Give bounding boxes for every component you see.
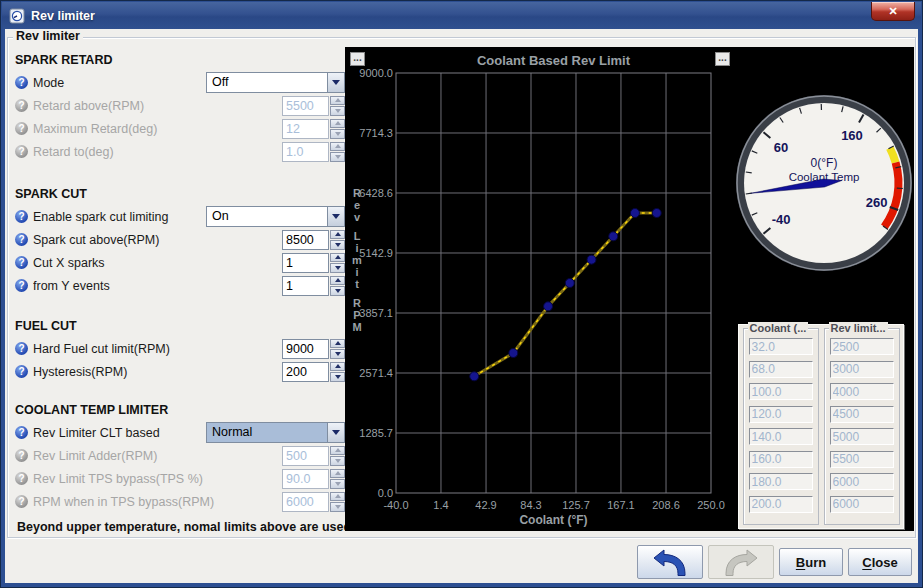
spin-down-button bbox=[330, 479, 345, 489]
table-cell-input bbox=[749, 338, 813, 355]
spin-down-button[interactable] bbox=[330, 263, 345, 273]
from-y-events-input[interactable] bbox=[282, 276, 329, 296]
field-label: Spark cut above(RPM) bbox=[33, 233, 282, 247]
redo-icon bbox=[721, 545, 761, 579]
field-label: Mode bbox=[33, 76, 206, 90]
y-tick-label: 0.0 bbox=[378, 487, 393, 499]
field-label: Retard to(deg) bbox=[33, 145, 282, 159]
gauge-value: 0(°F) bbox=[811, 156, 838, 170]
help-icon[interactable]: ? bbox=[15, 342, 28, 355]
spin-up-button[interactable] bbox=[330, 253, 345, 263]
retard-to-deg-spinner bbox=[282, 142, 345, 162]
y-axis-label-char: i bbox=[355, 266, 358, 278]
title-bar[interactable]: Rev limiter ✕ bbox=[2, 2, 921, 29]
help-icon[interactable]: ? bbox=[15, 256, 28, 269]
data-point[interactable] bbox=[587, 255, 596, 264]
table-cell-input bbox=[749, 473, 813, 490]
row-cut-x-sparks: ?Cut X sparks bbox=[15, 251, 345, 274]
field-label: Hysteresis(RPM) bbox=[33, 365, 282, 379]
gauge-scale-label: 260 bbox=[866, 195, 888, 210]
row-rev-limiter-clt-based: ?Rev Limiter CLT basedNormal bbox=[15, 421, 345, 444]
x-tick-label: 125.7 bbox=[562, 499, 590, 511]
hard-fuel-cut-limit-rpm-input[interactable] bbox=[282, 339, 329, 359]
spin-down-button bbox=[330, 129, 345, 139]
spin-up-button[interactable] bbox=[330, 276, 345, 286]
field-label: Rev Limit Adder(RPM) bbox=[33, 449, 282, 463]
row-retard-to-deg: ?Retard to(deg) bbox=[15, 140, 345, 163]
y-tick-label: 1285.7 bbox=[359, 427, 393, 439]
combo-arrow-icon[interactable] bbox=[327, 423, 344, 442]
footer-note: Beyond upper temperature, nomal limits a… bbox=[17, 520, 351, 534]
retard-above-rpm-input bbox=[282, 96, 329, 116]
data-point[interactable] bbox=[652, 209, 661, 218]
cut-x-sparks-input[interactable] bbox=[282, 253, 329, 273]
table-header: Rev limit... bbox=[829, 322, 888, 334]
x-tick-label: 167.1 bbox=[607, 499, 635, 511]
spin-up-button bbox=[330, 142, 345, 152]
x-tick-label: 84.3 bbox=[520, 499, 541, 511]
data-point[interactable] bbox=[565, 279, 574, 288]
spin-up-button bbox=[330, 492, 345, 502]
spin-down-button[interactable] bbox=[330, 349, 345, 359]
y-axis-label-char: i bbox=[355, 242, 358, 254]
hysteresis-rpm-input[interactable] bbox=[282, 362, 329, 382]
help-icon[interactable]: ? bbox=[15, 210, 28, 223]
help-icon[interactable]: ? bbox=[15, 233, 28, 246]
data-point[interactable] bbox=[544, 302, 553, 311]
hysteresis-rpm-spinner bbox=[282, 362, 345, 382]
field-label: Maximum Retard(deg) bbox=[33, 122, 282, 136]
data-point[interactable] bbox=[630, 209, 639, 218]
section-fuel-cut: FUEL CUT?Hard Fuel cut limit(RPM)?Hyster… bbox=[15, 315, 345, 383]
field-label: Rev Limit TPS bypass(TPS %) bbox=[33, 472, 282, 486]
spin-up-button[interactable] bbox=[330, 230, 345, 240]
burn-button[interactable]: Burn bbox=[779, 548, 843, 576]
table-cell-input bbox=[749, 383, 813, 400]
redo-button bbox=[708, 545, 774, 579]
row-hard-fuel-cut-limit-rpm: ?Hard Fuel cut limit(RPM) bbox=[15, 337, 345, 360]
close-window-button[interactable]: ✕ bbox=[871, 2, 915, 21]
series-line bbox=[474, 213, 656, 376]
undo-button[interactable] bbox=[637, 545, 703, 579]
data-point[interactable] bbox=[509, 349, 518, 358]
help-icon[interactable]: ? bbox=[15, 279, 28, 292]
rev-limiter-clt-based-select[interactable]: Normal bbox=[206, 422, 345, 443]
y-axis-label-char: t bbox=[355, 278, 359, 290]
table-cell-input bbox=[830, 428, 894, 445]
y-axis-label-char: P bbox=[353, 309, 360, 321]
close-button[interactable]: Close bbox=[848, 548, 912, 576]
help-icon: ? bbox=[15, 122, 28, 135]
x-tick-label: 1.4 bbox=[433, 499, 448, 511]
combo-arrow-icon[interactable] bbox=[327, 73, 344, 92]
combo-arrow-icon[interactable] bbox=[327, 207, 344, 226]
coolant-rev-limit-chart[interactable]: Coolant Based Rev Limit-40.01.442.984.31… bbox=[345, 47, 740, 531]
field-label: Retard above(RPM) bbox=[33, 99, 282, 113]
data-point[interactable] bbox=[470, 372, 479, 381]
help-icon[interactable]: ? bbox=[15, 426, 28, 439]
spin-down-button[interactable] bbox=[330, 286, 345, 296]
spin-up-button[interactable] bbox=[330, 362, 345, 372]
data-point[interactable] bbox=[609, 232, 618, 241]
curve-data-tables: Coolant (...Rev limit... bbox=[738, 324, 904, 529]
select-value: On bbox=[207, 207, 327, 226]
graph-panel: ... ... Coolant Based Rev Limit-40.01.44… bbox=[345, 47, 914, 531]
spin-down-button[interactable] bbox=[330, 372, 345, 382]
spin-up-button[interactable] bbox=[330, 339, 345, 349]
spin-down-button bbox=[330, 456, 345, 466]
help-icon: ? bbox=[15, 99, 28, 112]
help-icon[interactable]: ? bbox=[15, 76, 28, 89]
spin-down-button[interactable] bbox=[330, 240, 345, 250]
mode-select[interactable]: Off bbox=[206, 72, 345, 93]
help-icon[interactable]: ? bbox=[15, 365, 28, 378]
window-title: Rev limiter bbox=[31, 9, 95, 23]
row-from-y-events: ?from Y events bbox=[15, 274, 345, 297]
row-maximum-retard-deg: ?Maximum Retard(deg) bbox=[15, 117, 345, 140]
y-axis-label-char: L bbox=[354, 230, 361, 242]
row-hysteresis-rpm: ?Hysteresis(RPM) bbox=[15, 360, 345, 383]
spin-down-button bbox=[330, 152, 345, 162]
field-label: Rev Limiter CLT based bbox=[33, 426, 206, 440]
y-axis-label-char: v bbox=[354, 211, 361, 223]
enable-spark-cut-limiting-select[interactable]: On bbox=[206, 206, 345, 227]
section-spark-retard: SPARK RETARD?ModeOff?Retard above(RPM)?M… bbox=[15, 49, 345, 163]
spark-cut-above-rpm-input[interactable] bbox=[282, 230, 329, 250]
y-axis-label-char: e bbox=[354, 199, 360, 211]
